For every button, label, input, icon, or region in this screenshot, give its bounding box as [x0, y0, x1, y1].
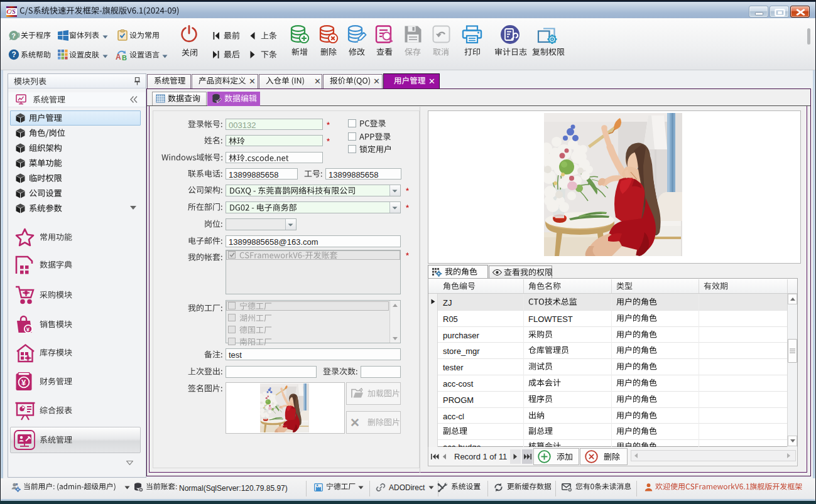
svg-text:?: ?	[11, 32, 16, 40]
svg-text:S: S	[12, 8, 16, 15]
svg-text:A: A	[116, 53, 121, 61]
svg-text:B: B	[122, 54, 127, 61]
svg-text:¥: ¥	[26, 326, 30, 333]
svg-text:¥: ¥	[21, 378, 26, 387]
svg-text:?: ?	[11, 50, 16, 59]
